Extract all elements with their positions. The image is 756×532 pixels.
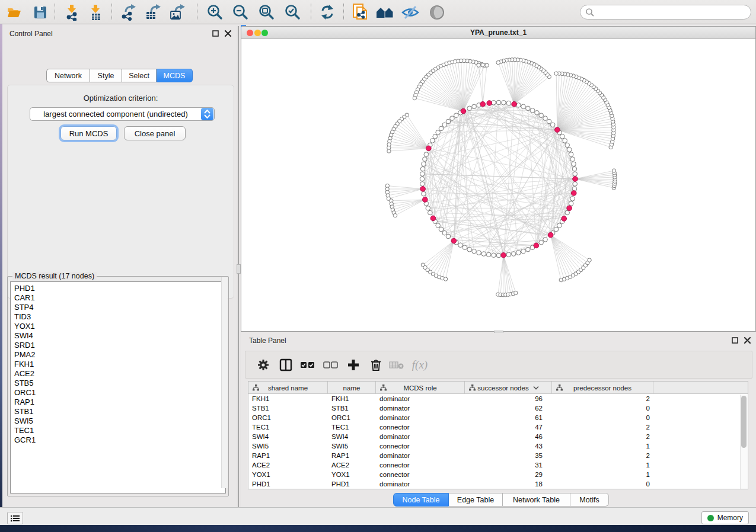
tab-style[interactable]: Style xyxy=(90,69,122,82)
mcds-result-item[interactable]: YOX1 xyxy=(14,322,225,331)
cell-pred[interactable]: 2 xyxy=(552,394,653,403)
export-table-icon[interactable] xyxy=(143,3,162,21)
network-node[interactable] xyxy=(444,277,447,281)
network-node[interactable] xyxy=(543,116,548,121)
network-node[interactable] xyxy=(467,106,472,111)
network-node[interactable] xyxy=(565,143,570,148)
network-node[interactable] xyxy=(547,119,551,124)
zoom-selected-icon[interactable] xyxy=(283,3,302,21)
network-node[interactable] xyxy=(422,162,426,166)
network-node[interactable] xyxy=(472,249,477,254)
table-scrollbar[interactable] xyxy=(740,395,747,489)
network-node[interactable] xyxy=(514,291,518,294)
network-node[interactable] xyxy=(477,63,480,67)
cell-pred[interactable]: 0 xyxy=(552,413,653,422)
cell-succ[interactable]: 18 xyxy=(465,479,552,489)
cell-shared[interactable]: SWI4 xyxy=(248,432,328,441)
network-node[interactable] xyxy=(612,169,615,172)
cell-name[interactable]: STB1 xyxy=(328,403,376,413)
tab-network-table[interactable]: Network Table xyxy=(503,493,570,507)
network-node[interactable] xyxy=(436,223,441,228)
network-node[interactable] xyxy=(428,210,433,215)
network-hub-node[interactable] xyxy=(555,127,560,133)
cell-role[interactable]: connector xyxy=(376,441,465,451)
network-node[interactable] xyxy=(467,247,472,252)
network-hub-node[interactable] xyxy=(501,252,506,258)
table-row[interactable]: ACE2ACE2connector311 xyxy=(248,460,748,470)
columns-icon[interactable] xyxy=(277,357,294,373)
network-node[interactable] xyxy=(539,240,544,245)
network-node[interactable] xyxy=(492,253,496,258)
cell-succ[interactable]: 96 xyxy=(465,394,552,403)
network-hub-node[interactable] xyxy=(461,108,466,114)
network-hub-node[interactable] xyxy=(571,191,576,196)
cell-name[interactable]: YOX1 xyxy=(328,470,376,479)
mcds-result-item[interactable]: ACE2 xyxy=(14,369,225,379)
network-node[interactable] xyxy=(393,213,397,217)
column-header-successor-nodes[interactable]: successor nodes xyxy=(465,382,552,394)
memory-button[interactable]: Memory xyxy=(701,511,749,524)
network-node[interactable] xyxy=(506,252,511,257)
network-canvas[interactable] xyxy=(241,39,755,332)
add-icon[interactable] xyxy=(345,357,362,373)
vertical-splitter[interactable] xyxy=(237,26,241,507)
cell-pred[interactable]: 2 xyxy=(552,451,653,460)
network-node[interactable] xyxy=(420,166,425,171)
network-node[interactable] xyxy=(413,96,416,100)
zoom-in-icon[interactable] xyxy=(205,3,224,21)
save-session-icon[interactable] xyxy=(31,3,50,21)
table-row[interactable]: PHD1PHD1dominator180 xyxy=(248,479,748,489)
network-node[interactable] xyxy=(573,172,578,177)
window-zoom-button[interactable] xyxy=(261,30,268,36)
network-hub-node[interactable] xyxy=(562,216,567,222)
cell-succ[interactable]: 47 xyxy=(465,422,552,432)
cell-succ[interactable]: 43 xyxy=(465,441,552,451)
mcds-result-item[interactable]: SWI4 xyxy=(14,331,225,341)
cell-name[interactable]: SWI4 xyxy=(328,432,376,441)
network-node[interactable] xyxy=(496,100,501,105)
cell-name[interactable]: ACE2 xyxy=(328,460,376,470)
search-input[interactable] xyxy=(580,5,751,20)
network-node[interactable] xyxy=(511,252,516,257)
network-node[interactable] xyxy=(485,63,489,67)
network-node[interactable] xyxy=(496,60,500,64)
network-hub-node[interactable] xyxy=(573,177,578,182)
float-panel-icon[interactable] xyxy=(212,30,219,37)
network-node[interactable] xyxy=(446,234,451,239)
table-row[interactable]: SWI5SWI5connector431 xyxy=(248,441,748,451)
mcds-result-item[interactable]: SWI5 xyxy=(14,416,225,426)
window-close-button[interactable] xyxy=(247,30,253,36)
export-image-icon[interactable] xyxy=(168,3,187,21)
tab-mcds[interactable]: MCDS xyxy=(157,69,193,82)
network-node[interactable] xyxy=(567,148,572,152)
table-row[interactable]: TEC1TEC1connector472 xyxy=(248,422,748,432)
network-node[interactable] xyxy=(502,100,506,105)
cell-role[interactable]: connector xyxy=(376,460,465,470)
table-row[interactable]: YOX1YOX1connector291 xyxy=(248,470,748,479)
network-node[interactable] xyxy=(570,197,575,201)
cell-shared[interactable]: YOX1 xyxy=(248,470,328,479)
network-node[interactable] xyxy=(477,251,481,255)
cell-shared[interactable]: SWI5 xyxy=(248,441,328,451)
mcds-result-item[interactable]: RAP1 xyxy=(14,398,225,407)
neighbors-icon[interactable] xyxy=(375,3,394,21)
mcds-result-item[interactable]: CAR1 xyxy=(14,293,225,303)
cell-pred[interactable]: 2 xyxy=(552,422,653,432)
network-node[interactable] xyxy=(557,223,562,228)
network-node[interactable] xyxy=(563,139,567,143)
network-node[interactable] xyxy=(420,182,425,187)
select-all-icon[interactable] xyxy=(299,357,316,373)
network-node[interactable] xyxy=(543,238,548,242)
clone-network-icon[interactable] xyxy=(350,3,369,21)
mcds-result-item[interactable]: PHD1 xyxy=(14,284,225,293)
column-header-name[interactable]: name xyxy=(328,382,376,394)
tab-edge-table[interactable]: Edge Table xyxy=(449,493,503,507)
network-window-titlebar[interactable]: YPA_prune.txt_1 xyxy=(241,27,755,39)
network-node[interactable] xyxy=(569,201,573,206)
window-minimize-button[interactable] xyxy=(254,30,261,36)
network-node[interactable] xyxy=(572,166,577,171)
network-node[interactable] xyxy=(560,134,564,139)
export-network-icon[interactable] xyxy=(119,3,138,21)
network-node[interactable] xyxy=(454,113,459,118)
network-node[interactable] xyxy=(521,104,526,109)
